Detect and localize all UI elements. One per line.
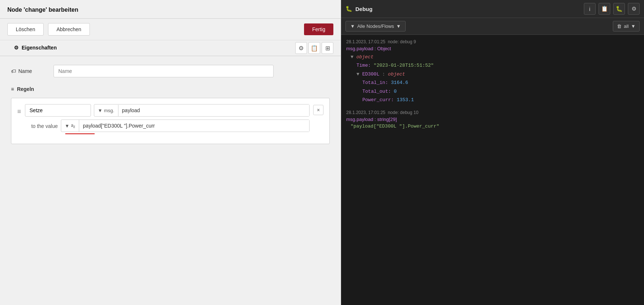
settings-icon-btn[interactable]: ⚙ xyxy=(295,42,307,54)
debug-toolbar: ▼ Alle Nodes/Flows ▼ 🗑 all ▼ xyxy=(341,18,644,35)
copy-icon-btn[interactable]: 📋 xyxy=(308,42,320,54)
done-button[interactable]: Fertig xyxy=(304,23,333,35)
tab-properties-label: Eigenschaften xyxy=(22,45,57,51)
panel-title: Node 'change' bearbeiten xyxy=(7,7,78,13)
debug-msg-1-header: 28.1.2023, 17:01:25 node: debug 9 xyxy=(346,39,639,44)
debug-tree-1: ▼ object Time: "2023-01-28T15:51:52" ▼ E… xyxy=(346,53,639,104)
tree-power-curr: Power_curr: 1353.1 xyxy=(351,96,639,104)
cancel-button[interactable]: Abbrechen xyxy=(48,23,90,36)
az-icon: az xyxy=(71,123,75,129)
tree-time: Time: "2023-01-28T15:51:52" xyxy=(351,61,639,70)
list-icon: ≡ xyxy=(11,86,14,92)
timestamp-2: 28.1.2023, 17:01:25 xyxy=(346,110,385,115)
value-text-input[interactable] xyxy=(79,120,309,132)
debug-msg-2-header: 28.1.2023, 17:01:25 node: debug 10 xyxy=(346,110,639,115)
filter-button[interactable]: ▼ Alle Nodes/Flows ▼ xyxy=(345,21,406,32)
content-area: 🏷 Name ≡ Regeln ≡ Setze xyxy=(0,56,341,305)
toolbar: Löschen Abbrechen Fertig xyxy=(0,19,341,40)
delete-button[interactable]: Löschen xyxy=(7,23,44,36)
debug-msg-1-type[interactable]: msg.payload : Object xyxy=(346,46,639,51)
tree-root: ▼ object xyxy=(351,53,639,61)
filter-dropdown-arrow: ▼ xyxy=(396,23,401,29)
timestamp-1: 28.1.2023, 17:01:25 xyxy=(346,39,385,44)
gear-icon: ⚙ xyxy=(14,45,19,51)
rule-line1: Setze ▼ msg. xyxy=(25,104,310,117)
tree-total-in: Total_in: 3164.6 xyxy=(351,78,639,87)
debug-title-text: Debug xyxy=(355,6,373,12)
msg-prefix-text: msg. xyxy=(104,108,114,113)
name-label: 🏷 Name xyxy=(11,68,48,74)
debug-messages: 28.1.2023, 17:01:25 node: debug 9 msg.pa… xyxy=(341,35,644,305)
msg-prefix[interactable]: ▼ msg. xyxy=(94,105,118,116)
name-input[interactable] xyxy=(54,65,274,77)
msg-value-input[interactable] xyxy=(118,104,309,116)
copy-icon-btn-debug[interactable]: 📋 xyxy=(599,3,610,15)
rules-container: ≡ Setze ▼ msg. xyxy=(11,98,330,144)
bug-icon-btn[interactable]: 🐛 xyxy=(613,3,625,15)
tab-properties[interactable]: ⚙ Eigenschaften xyxy=(7,40,63,56)
layout-icon-btn[interactable]: ⊞ xyxy=(322,42,333,54)
node-2: node: debug 10 xyxy=(388,110,418,115)
to-label: to the value xyxy=(25,122,58,129)
settings-icon-btn-debug[interactable]: ⚙ xyxy=(628,3,640,15)
info-icon-btn[interactable]: i xyxy=(584,3,596,15)
msg-input-group: ▼ msg. xyxy=(94,104,310,117)
delete-rule-button[interactable]: × xyxy=(313,105,323,115)
tree-value-total-out: 0 xyxy=(394,89,397,94)
tab-icons: ⚙ 📋 ⊞ xyxy=(295,42,333,54)
tree-ed300l: ▼ ED300L : object xyxy=(351,70,639,78)
tree-root-label: object xyxy=(356,54,374,60)
panel-header: Node 'change' bearbeiten xyxy=(0,0,341,19)
bug-icon: 🐛 xyxy=(345,5,352,12)
tree-ed300l-label: object xyxy=(388,71,405,77)
clear-label: all xyxy=(624,23,629,29)
tree-key-total-out: Total_out: xyxy=(362,89,391,94)
rule-content: Setze ▼ msg. to the value xyxy=(25,104,310,134)
tag-icon: 🏷 xyxy=(11,68,16,74)
tree-key-ed300l: ED300L xyxy=(362,71,380,77)
name-label-text: Name xyxy=(18,68,32,74)
rule-row: ≡ Setze ▼ msg. xyxy=(17,104,323,134)
debug-msg-2-type[interactable]: msg.payload : string[29] xyxy=(346,117,639,122)
tree-value-power-curr: 1353.1 xyxy=(397,97,414,103)
debug-title: 🐛 Debug xyxy=(345,5,581,12)
filter-icon: ▼ xyxy=(350,23,355,29)
debug-msg-2: 28.1.2023, 17:01:25 node: debug 10 msg.p… xyxy=(346,110,639,129)
debug-msg-1: 28.1.2023, 17:01:25 node: debug 9 msg.pa… xyxy=(346,39,639,104)
debug-msg-2-string: "payload["ED300L "].Power_curr" xyxy=(346,124,639,129)
tree-key-total-in: Total_in: xyxy=(362,80,388,85)
rules-section-title: ≡ Regeln xyxy=(11,86,330,92)
tree-total-out: Total_out: 0 xyxy=(351,87,639,96)
tree-collapse-arrow[interactable]: ▼ xyxy=(351,54,354,60)
node-1: node: debug 9 xyxy=(388,39,416,44)
tree-value-total-in: 3164.6 xyxy=(391,80,408,85)
az-prefix[interactable]: ▼ az xyxy=(61,120,80,132)
action-dropdown[interactable]: Setze xyxy=(25,104,91,117)
clear-dropdown-arrow: ▼ xyxy=(631,23,636,29)
value-input-group: ▼ az xyxy=(61,120,310,132)
rule-line2: to the value ▼ az xyxy=(25,120,310,132)
tree-key-power-curr: Power_curr: xyxy=(362,97,394,103)
tabs-area: ⚙ Eigenschaften ⚙ 📋 ⊞ xyxy=(0,40,341,56)
left-panel: Node 'change' bearbeiten Löschen Abbrech… xyxy=(0,0,341,305)
rules-label: Regeln xyxy=(17,86,34,92)
tree-value-time: "2023-01-28T15:51:52" xyxy=(374,63,434,68)
tree-key-time: Time: xyxy=(356,63,371,68)
name-field-row: 🏷 Name xyxy=(11,65,330,77)
tree-colon: : xyxy=(382,71,388,77)
right-panel: 🐛 Debug i 📋 🐛 ⚙ ▼ Alle Nodes/Flows ▼ 🗑 a… xyxy=(341,0,644,305)
trash-icon: 🗑 xyxy=(617,23,622,29)
debug-header: 🐛 Debug i 📋 🐛 ⚙ xyxy=(341,0,644,18)
red-underline-indicator xyxy=(65,133,95,134)
drag-handle[interactable]: ≡ xyxy=(17,104,21,115)
msg-dropdown-arrow: ▼ xyxy=(98,108,103,113)
dropdown-arrow: ▼ xyxy=(65,123,70,129)
filter-label: Alle Nodes/Flows xyxy=(357,23,394,29)
tree-ed300l-arrow[interactable]: ▼ xyxy=(356,71,359,77)
clear-button[interactable]: 🗑 all ▼ xyxy=(613,21,640,32)
